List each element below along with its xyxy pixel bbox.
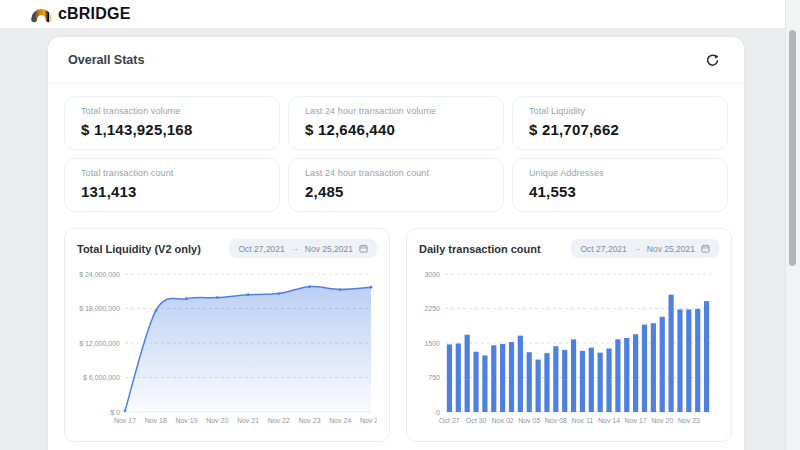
date-from: Oct 27,2021 [238, 244, 284, 254]
svg-text:0: 0 [436, 409, 440, 416]
arrow-right-icon: → [291, 244, 299, 253]
svg-text:750: 750 [428, 374, 440, 381]
stat-label: Last 24 hour transaction count [305, 168, 487, 178]
date-to: Nov 25,2021 [305, 244, 353, 254]
refresh-button[interactable] [703, 51, 722, 70]
svg-text:$ 0: $ 0 [110, 409, 120, 416]
svg-text:2250: 2250 [424, 305, 440, 312]
svg-text:Oct 30: Oct 30 [466, 417, 487, 424]
stat-card-total-tx-count: Total transaction count 131,413 [64, 158, 280, 212]
stat-label: Total transaction count [81, 168, 263, 178]
liquidity-date-range-picker[interactable]: Oct 27,2021 → Nov 25,2021 [229, 239, 377, 258]
scrollbar-track[interactable] [785, 0, 800, 450]
total-liquidity-chart: $ 0$ 6,000,000$ 12,000,000$ 18,000,000$ … [77, 266, 377, 426]
stat-label: Last 24 hour transaction volume [305, 106, 487, 116]
svg-text:Nov 22: Nov 22 [268, 417, 290, 424]
stat-card-24h-volume: Last 24 hour transaction volume $ 12,646… [288, 96, 504, 150]
liquidity-chart-title: Total Liquidity (V2 only) [77, 243, 201, 255]
date-to: Nov 25,2021 [647, 244, 695, 254]
svg-text:Nov 17: Nov 17 [625, 417, 647, 424]
overall-stats-panel: Overall Stats Total transaction volume $… [48, 37, 744, 450]
charts-row: Total Liquidity (V2 only) Oct 27,2021 → … [64, 228, 728, 442]
stat-card-unique-addresses: Unique Addresses 41,553 [512, 158, 728, 212]
daily-tx-chart-title: Daily transaction count [419, 243, 541, 255]
stats-grid: Total transaction volume $ 1,143,925,168… [64, 96, 728, 212]
svg-text:Nov 14: Nov 14 [598, 417, 620, 424]
stat-value: $ 21,707,662 [529, 121, 711, 138]
svg-text:Oct 27: Oct 27 [439, 417, 460, 424]
stat-card-total-liquidity: Total Liquidity $ 21,707,662 [512, 96, 728, 150]
stat-value: $ 12,646,440 [305, 121, 487, 138]
daily-tx-chart-card: Daily transaction count Oct 27,2021 → No… [406, 228, 732, 442]
svg-text:Nov 20: Nov 20 [206, 417, 228, 424]
svg-text:Nov 20: Nov 20 [651, 417, 673, 424]
refresh-icon [705, 53, 720, 68]
svg-text:$ 18,000,000: $ 18,000,000 [79, 305, 120, 312]
stat-value: 41,553 [529, 183, 711, 200]
svg-text:Nov 24: Nov 24 [329, 417, 351, 424]
svg-text:$ 24,000,000: $ 24,000,000 [79, 271, 120, 278]
svg-text:Nov 19: Nov 19 [175, 417, 197, 424]
svg-text:Nov 05: Nov 05 [518, 417, 540, 424]
svg-text:Nov 17: Nov 17 [114, 417, 136, 424]
brand-logo[interactable]: cBRIDGE [30, 5, 131, 23]
scrollbar-thumb[interactable] [789, 30, 796, 266]
svg-text:Nov 02: Nov 02 [492, 417, 514, 424]
brand-name: cBRIDGE [58, 5, 131, 23]
chart-header: Total Liquidity (V2 only) Oct 27,2021 → … [77, 239, 377, 258]
calendar-icon [701, 244, 710, 253]
svg-text:Nov 11: Nov 11 [572, 417, 594, 424]
stat-card-24h-tx-count: Last 24 hour transaction count 2,485 [288, 158, 504, 212]
svg-text:Nov 21: Nov 21 [237, 417, 259, 424]
calendar-icon [359, 244, 368, 253]
bridge-rainbow-icon [30, 6, 53, 23]
date-from: Oct 27,2021 [580, 244, 626, 254]
top-bar: cBRIDGE [0, 0, 800, 29]
chart-header: Daily transaction count Oct 27,2021 → No… [419, 239, 719, 258]
svg-text:$ 12,000,000: $ 12,000,000 [79, 340, 120, 347]
panel-header: Overall Stats [48, 37, 744, 84]
stat-value: $ 1,143,925,168 [81, 121, 263, 138]
daily-tx-date-range-picker[interactable]: Oct 27,2021 → Nov 25,2021 [571, 239, 719, 258]
stat-label: Total transaction volume [81, 106, 263, 116]
svg-text:1500: 1500 [424, 340, 440, 347]
arrow-right-icon: → [633, 244, 641, 253]
svg-text:3000: 3000 [424, 271, 440, 278]
liquidity-chart-card: Total Liquidity (V2 only) Oct 27,2021 → … [64, 228, 390, 442]
svg-text:Nov 23: Nov 23 [298, 417, 320, 424]
svg-text:Nov 23: Nov 23 [678, 417, 700, 424]
stat-label: Unique Addresses [529, 168, 711, 178]
svg-text:$ 6,000,000: $ 6,000,000 [83, 374, 120, 381]
stat-value: 2,485 [305, 183, 487, 200]
svg-text:Nov 08: Nov 08 [545, 417, 567, 424]
stat-card-total-volume: Total transaction volume $ 1,143,925,168 [64, 96, 280, 150]
stat-value: 131,413 [81, 183, 263, 200]
panel-title: Overall Stats [68, 53, 144, 67]
stat-label: Total Liquidity [529, 106, 711, 116]
svg-text:Nov 25: Nov 25 [360, 417, 377, 424]
svg-text:Nov 18: Nov 18 [145, 417, 167, 424]
daily-transaction-count-chart: 0750150022503000Oct 27Oct 30Nov 02Nov 05… [419, 266, 719, 426]
